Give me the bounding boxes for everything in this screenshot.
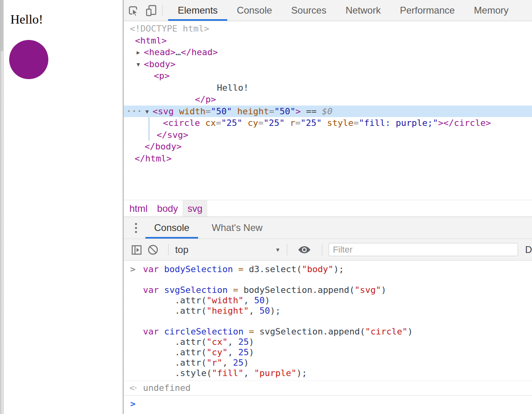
console-messages: > var bodySelection = d3.select("body");… xyxy=(124,261,532,414)
scrollbar-thumb[interactable] xyxy=(0,0,3,51)
inspect-element-button[interactable] xyxy=(124,0,142,21)
page-preview: Hello! xyxy=(0,0,123,414)
console-result: <· undefined xyxy=(124,381,532,396)
tree-row[interactable]: <p> xyxy=(124,70,532,82)
clear-console-icon xyxy=(147,244,159,256)
breadcrumb: htmlbodysvg xyxy=(124,200,532,217)
console-command: > var bodySelection = d3.select("body");… xyxy=(124,261,532,381)
tab-network[interactable]: Network xyxy=(336,0,390,21)
breadcrumb-item-svg[interactable]: svg xyxy=(183,200,207,217)
breadcrumb-item-body[interactable]: body xyxy=(152,200,183,217)
code-line: .attr("cx", 25) xyxy=(143,337,532,347)
code-line: .attr("cy", 25) xyxy=(143,347,532,358)
prompt-chevron-icon: > xyxy=(130,399,135,409)
console-toolbar: top ▼ D xyxy=(124,239,532,261)
devtools-panel: ElementsConsoleSourcesNetworkPerformance… xyxy=(124,0,532,414)
drawer-tab-console[interactable]: Console xyxy=(145,217,198,239)
result-arrow-icon: <· xyxy=(129,383,137,393)
overflow-menu-dots-icon[interactable]: ··· xyxy=(126,105,142,117)
tree-row[interactable]: ▼<body> xyxy=(124,58,532,70)
tab-sources[interactable]: Sources xyxy=(282,0,336,21)
tree-row[interactable]: ▶<head>…</head> xyxy=(124,46,532,58)
sidebar-toggle-icon xyxy=(131,244,143,256)
drawer-tabs: ConsoleWhat's New xyxy=(141,217,271,239)
inspect-cursor-icon xyxy=(127,4,139,16)
code-line: var svgSelection = bodySelection.append(… xyxy=(143,285,532,295)
console-sidebar-toggle-button[interactable] xyxy=(129,244,144,256)
toolbar-separator xyxy=(168,244,169,255)
code-line: .attr("width", 50) xyxy=(143,295,532,306)
drawer-tab-what-s-new[interactable]: What's New xyxy=(203,217,271,239)
devtools-tabs: ElementsConsoleSourcesNetworkPerformance… xyxy=(168,0,518,21)
chevron-down-icon: ▼ xyxy=(275,247,280,253)
log-levels-label[interactable]: D xyxy=(525,244,532,255)
toolbar-separator xyxy=(162,5,163,16)
tab-performance[interactable]: Performance xyxy=(390,0,464,21)
code-line xyxy=(143,316,532,326)
tab-elements[interactable]: Elements xyxy=(168,0,227,21)
collapse-arrow-icon[interactable]: ▼ xyxy=(145,106,153,118)
clear-console-button[interactable] xyxy=(144,244,162,256)
context-label: top xyxy=(175,244,188,255)
tree-row[interactable]: <html> xyxy=(124,35,532,47)
code-line: .attr("r", 25) xyxy=(143,358,532,368)
command-code: var bodySelection = d3.select("body");va… xyxy=(143,264,532,378)
tree-row[interactable]: <!DOCTYPE html> xyxy=(124,23,532,35)
console-drawer-header: ConsoleWhat's New xyxy=(124,217,532,239)
tree-row[interactable]: </html> xyxy=(124,153,532,165)
tree-row[interactable]: </p> xyxy=(124,94,532,105)
page-hello-text: Hello! xyxy=(10,12,43,27)
tree-row[interactable]: <circle cx="25" cy="25" r="25" style="fi… xyxy=(124,117,532,129)
toolbar-separator xyxy=(287,244,287,255)
devtools-toolbar: ElementsConsoleSourcesNetworkPerformance… xyxy=(124,0,532,21)
drawer-menu-button[interactable] xyxy=(131,217,141,239)
command-chevron-icon: > xyxy=(130,264,135,275)
tree-row[interactable]: ···▼<svg width="50" height="50"> == $0 xyxy=(124,105,532,117)
filter-input[interactable] xyxy=(329,243,518,256)
result-value: undefined xyxy=(143,383,191,393)
device-toolbar-button[interactable] xyxy=(142,0,161,21)
eye-icon xyxy=(297,244,312,256)
console-prompt[interactable]: > xyxy=(124,396,532,414)
code-line: var circleSelection = svgSelection.appen… xyxy=(143,326,532,337)
execution-context-select[interactable]: top ▼ xyxy=(175,244,280,255)
window-scrollbar[interactable] xyxy=(0,0,4,414)
device-toolbar-icon xyxy=(145,4,158,17)
code-line: var bodySelection = d3.select("body"); xyxy=(143,264,532,275)
tree-row[interactable]: </svg> xyxy=(124,129,532,141)
purple-circle xyxy=(9,40,48,79)
toolbar-separator xyxy=(322,244,322,255)
elements-tree: <!DOCTYPE html><html>▶<head>…</head>▼<bo… xyxy=(124,21,532,200)
live-expression-button[interactable] xyxy=(294,244,315,256)
expand-arrow-icon[interactable]: ▶ xyxy=(137,47,144,59)
tree-row[interactable]: </body> xyxy=(124,141,532,153)
breadcrumb-item-html[interactable]: html xyxy=(125,200,152,217)
tree-row[interactable]: Hello! xyxy=(124,82,532,94)
code-line: .style("fill", "purple"); xyxy=(143,368,532,378)
code-line xyxy=(143,275,532,285)
collapse-arrow-icon[interactable]: ▼ xyxy=(137,59,144,71)
code-line: .attr("height", 50); xyxy=(143,306,532,316)
tab-console[interactable]: Console xyxy=(227,0,282,21)
tab-memory[interactable]: Memory xyxy=(465,0,518,21)
